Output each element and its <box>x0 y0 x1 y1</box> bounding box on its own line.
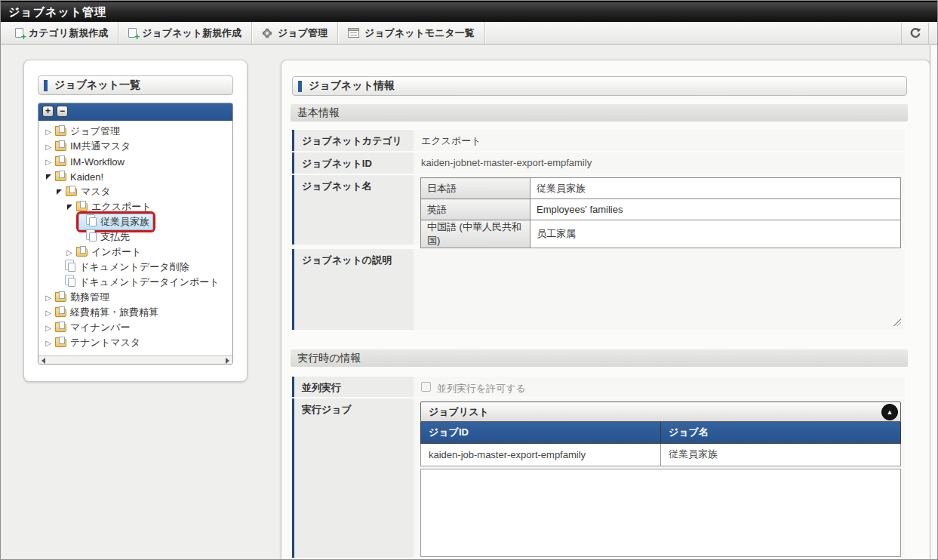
jobnet-list-header: ジョブネット一覧 <box>38 75 233 95</box>
locale-en-label: 英語 <box>421 199 531 220</box>
create-category-button[interactable]: カテゴリ新規作成 <box>5 22 118 44</box>
table-row[interactable]: kaiden-job-master-export-empfamily 従業員家族 <box>421 443 901 466</box>
resize-handle-icon[interactable] <box>893 318 901 326</box>
gear-icon <box>262 28 272 38</box>
folder-icon <box>66 188 77 196</box>
jobnet-tree: + − ジョブ管理 IM共通マスタ IM-Workflow <box>38 103 233 365</box>
blue-accent-bar <box>44 80 48 91</box>
jobnet-list-panel: ジョブネット一覧 + − ジョブ管理 IM共通マスタ <box>23 60 248 382</box>
jobnet-id-label: ジョブネットID <box>292 152 414 174</box>
selected-tree-node[interactable]: 従業員家族 <box>78 214 153 230</box>
tree-item-job-management[interactable]: ジョブ管理 <box>38 124 232 139</box>
tree-item-import[interactable]: インポート <box>38 245 232 260</box>
expand-icon[interactable] <box>43 339 54 347</box>
locale-en-value: Employees' families <box>531 199 901 220</box>
tree-item-document-data-delete[interactable]: ドキュメントデータ削除 <box>38 260 232 275</box>
expand-icon[interactable] <box>43 158 54 166</box>
document-icon <box>89 217 97 226</box>
collapse-icon[interactable] <box>64 205 75 210</box>
collapse-panel-button[interactable] <box>881 404 898 420</box>
category-label: ジョブネットカテゴリ <box>292 130 414 151</box>
parallel-exec-label: 並列実行 <box>292 377 414 397</box>
create-jobnet-button[interactable]: ジョブネット新規作成 <box>118 22 252 44</box>
blue-accent-bar <box>298 81 302 92</box>
tree-item-attendance[interactable]: 勤務管理 <box>38 290 232 305</box>
create-jobnet-label: ジョブネット新規作成 <box>142 26 241 40</box>
parallel-exec-row: 並列実行 並列実行を許可する <box>292 377 905 397</box>
folder-icon <box>55 324 66 332</box>
tree-item-payee[interactable]: 支払先 <box>38 229 232 245</box>
expand-icon[interactable] <box>43 309 54 317</box>
job-id-column-header: ジョブID <box>421 422 661 443</box>
jobnet-id-row: ジョブネットID kaiden-jobnet-master-export-emp… <box>292 152 905 174</box>
joblist-title: ジョブリスト <box>429 406 489 417</box>
vertical-scrollbar[interactable] <box>930 45 938 559</box>
exec-jobs-row: 実行ジョブ ジョブリスト ジョブID ジョブ名 kaiden-job-maste… <box>292 398 905 558</box>
scroll-right-icon[interactable] <box>226 358 229 364</box>
parallel-exec-checkbox[interactable] <box>421 382 431 392</box>
tree-horizontal-scrollbar[interactable] <box>38 355 232 365</box>
toolbar: カテゴリ新規作成 ジョブネット新規作成 ジョブ管理 <box>1 22 937 45</box>
document-icon <box>68 263 75 272</box>
jobnet-info-header: ジョブネット情報 <box>292 76 907 96</box>
tree-item-tenant-master[interactable]: テナントマスタ <box>38 335 232 350</box>
page-title: ジョブネット管理 <box>1 1 937 22</box>
job-id-cell: kaiden-job-master-export-empfamily <box>421 443 661 466</box>
folder-icon <box>55 339 66 347</box>
tree-item-document-data-import[interactable]: ドキュメントデータインポート <box>38 275 232 290</box>
table-row: 英語 Employees' families <box>421 199 901 220</box>
tree-item-master[interactable]: マスタ <box>38 184 232 199</box>
tree-item-im-common-master[interactable]: IM共通マスタ <box>38 139 232 154</box>
joblist-header: ジョブリスト <box>420 402 901 422</box>
collapse-icon[interactable] <box>43 174 54 180</box>
collapse-all-button[interactable]: − <box>57 106 68 117</box>
jobnet-list-title: ジョブネット一覧 <box>54 78 140 92</box>
jobnet-name-row: ジョブネット名 日本語 従業員家族 英語 Employees' families… <box>292 175 905 245</box>
table-row: 中国語 (中華人民共和国) 员工家属 <box>421 220 901 248</box>
joblist-table: ジョブID ジョブ名 kaiden-job-master-export-empf… <box>420 422 901 466</box>
tree-item-expenses[interactable]: 経費精算・旅費精算 <box>38 305 232 320</box>
tree-item-kaiden[interactable]: Kaiden! <box>38 169 232 184</box>
expand-icon[interactable] <box>43 294 54 302</box>
job-management-button[interactable]: ジョブ管理 <box>252 22 338 44</box>
table-header-row: ジョブID ジョブ名 <box>421 422 901 443</box>
expand-icon[interactable] <box>43 324 54 332</box>
monitor-list-icon <box>348 28 359 38</box>
parallel-exec-option-label: 並列実行を許可する <box>437 382 526 395</box>
jobnet-info-panel: ジョブネット情報 基本情報 ジョブネットカテゴリ エクスポート ジョブネットID… <box>281 60 930 560</box>
collapse-icon[interactable] <box>54 189 64 195</box>
job-name-cell: 従業員家族 <box>661 443 901 466</box>
document-add-icon <box>128 28 137 38</box>
table-row: 日本語 従業員家族 <box>421 178 901 199</box>
tree-item-export[interactable]: エクスポート <box>38 199 232 214</box>
tree-item-mynumber[interactable]: マイナンバー <box>38 320 232 335</box>
exec-jobs-label: 実行ジョブ <box>292 398 414 558</box>
folder-icon <box>76 248 88 257</box>
description-label: ジョブネットの説明 <box>292 249 414 330</box>
job-management-label: ジョブ管理 <box>278 26 328 40</box>
folder-icon <box>55 294 66 302</box>
expand-icon[interactable] <box>43 143 54 151</box>
tree-item-employee-family[interactable]: 従業員家族 <box>38 214 232 229</box>
expand-all-button[interactable]: + <box>42 106 54 117</box>
job-name-column-header: ジョブ名 <box>661 422 901 443</box>
jobnet-monitor-list-button[interactable]: ジョブネットモニタ一覧 <box>338 22 485 44</box>
scroll-left-icon[interactable] <box>42 358 45 364</box>
refresh-icon <box>909 27 921 39</box>
locale-ja-value: 従業員家族 <box>531 178 901 199</box>
jobnet-info-title: ジョブネット情報 <box>309 79 395 93</box>
jobnet-name-table: 日本語 従業員家族 英語 Employees' families 中国語 (中華… <box>420 177 901 248</box>
refresh-button[interactable] <box>901 23 929 44</box>
create-category-label: カテゴリ新規作成 <box>29 26 108 40</box>
joblist-empty-area <box>420 469 901 557</box>
folder-icon <box>55 128 66 136</box>
tree-item-im-workflow[interactable]: IM-Workflow <box>38 154 232 169</box>
folder-icon <box>55 143 66 151</box>
expand-icon[interactable] <box>43 128 54 136</box>
folder-icon <box>55 173 66 181</box>
folder-icon <box>55 309 66 317</box>
jobnet-monitor-list-label: ジョブネットモニタ一覧 <box>364 26 475 40</box>
document-add-icon <box>15 28 23 38</box>
locale-zh-value: 员工家属 <box>531 220 901 248</box>
expand-icon[interactable] <box>64 248 75 257</box>
